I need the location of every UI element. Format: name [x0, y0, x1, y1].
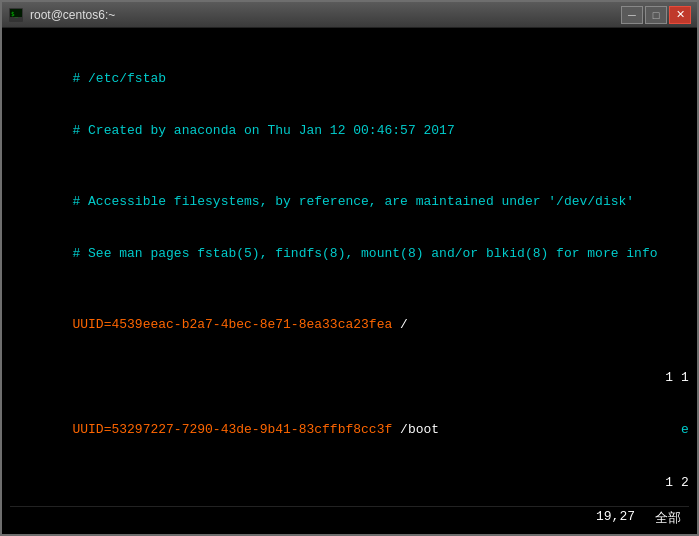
line-8: UUID=4539eeac-b2a7-4bec-8e71-8ea33ca23fe… [10, 299, 689, 352]
line-7 [10, 281, 689, 299]
svg-text:$_: $_ [11, 10, 19, 18]
line-11: 1 2 [10, 456, 689, 506]
statusbar: 19,27 全部 [10, 506, 689, 528]
terminal-content: # /etc/fstab # Created by anaconda on Th… [10, 34, 689, 506]
line-9: 1 1 [10, 351, 689, 404]
line-5: # Accessible filesystems, by reference, … [10, 175, 689, 228]
comment-seeman: # See man pages fstab(5), findfs(8), mou… [72, 246, 657, 261]
cursor-position: 19,27 [596, 509, 635, 527]
maximize-button[interactable]: □ [645, 6, 667, 24]
line-3: # Created by anaconda on Thu Jan 12 00:4… [10, 105, 689, 158]
window: $_ root@centos6:~ ─ □ ✕ # /etc/fstab # C… [0, 0, 699, 536]
line-10: UUID=53297227-7290-43de-9b41-83cffbf8cc3… [10, 404, 689, 457]
terminal[interactable]: # /etc/fstab # Created by anaconda on Th… [2, 28, 697, 534]
close-button[interactable]: ✕ [669, 6, 691, 24]
terminal-icon: $_ [8, 7, 24, 23]
window-title: root@centos6:~ [30, 8, 621, 22]
status-right: 19,27 全部 [596, 509, 681, 527]
status-mode: 全部 [655, 509, 681, 527]
line-6: # See man pages fstab(5), findfs(8), mou… [10, 228, 689, 281]
comment-accessible: # Accessible filesystems, by reference, … [72, 194, 634, 209]
line-4 [10, 157, 689, 175]
line-2: # /etc/fstab [10, 52, 689, 105]
line-1 [10, 34, 689, 52]
minimize-button[interactable]: ─ [621, 6, 643, 24]
comment-fstab: # /etc/fstab [72, 71, 166, 86]
titlebar-buttons: ─ □ ✕ [621, 6, 691, 24]
comment-created: # Created by anaconda on Thu Jan 12 00:4… [72, 123, 454, 138]
titlebar: $_ root@centos6:~ ─ □ ✕ [2, 2, 697, 28]
